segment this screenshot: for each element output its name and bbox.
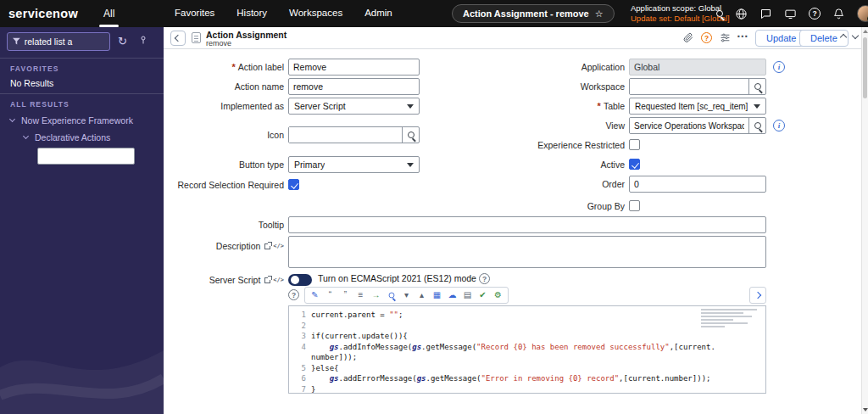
implemented-as-select[interactable]: Server Script — [288, 98, 420, 115]
scrollbar-down-arrow[interactable] — [863, 408, 868, 411]
es12-help-icon[interactable]: ? — [479, 273, 490, 284]
server-script-editor[interactable]: 1current.parent = "";23if(current.update… — [288, 305, 766, 394]
action-label-input[interactable] — [288, 59, 420, 76]
sidebar-filter — [7, 32, 110, 51]
divider — [0, 93, 164, 94]
editor-help-icon[interactable]: ? — [288, 289, 299, 300]
more-actions-icon[interactable]: ⋯ — [737, 29, 748, 42]
table-select[interactable]: Requested Item [sc_req_item] — [629, 98, 766, 115]
screen-icon[interactable] — [784, 8, 797, 20]
lookup-search-icon[interactable] — [748, 79, 765, 94]
chat-icon[interactable] — [760, 8, 772, 20]
editor-toolbar-group: ✎“”≡→▾▴▦☁▤✔⚙ — [304, 287, 509, 304]
application-info-icon[interactable]: i — [773, 61, 785, 73]
previous-record-icon[interactable] — [841, 35, 846, 40]
code-icon[interactable]: </> — [273, 277, 284, 283]
api-reference-icon[interactable]: ☁ — [446, 288, 459, 302]
es12-mode-toggle[interactable] — [288, 274, 312, 286]
format-code-icon[interactable]: ≡ — [354, 288, 367, 302]
code-line: 3if(current.update()){ — [289, 331, 765, 342]
comment-code-icon[interactable]: “ — [324, 288, 337, 302]
preview-icon[interactable]: ▦ — [431, 288, 443, 302]
go-to-line-icon[interactable]: → — [370, 288, 382, 302]
refresh-icon[interactable]: ↻ — [118, 36, 127, 47]
dropdown-caret-icon — [407, 163, 414, 167]
group-by-label: Group By — [504, 198, 625, 215]
back-button[interactable] — [170, 31, 186, 46]
action-name-input[interactable] — [288, 78, 420, 95]
code-icon[interactable]: </> — [273, 243, 284, 249]
tree-item-declarative-actions[interactable]: Declarative Actions — [24, 131, 110, 144]
code-line: 7} — [289, 384, 765, 394]
search-icon[interactable] — [716, 10, 723, 17]
save-icon[interactable]: ▤ — [461, 288, 474, 302]
tree-item-now-experience-framework[interactable]: Now Experience Framework — [10, 114, 133, 127]
page-subtitle: remove — [206, 39, 231, 48]
user-avatar[interactable] — [857, 5, 868, 22]
application-label: Application — [504, 59, 625, 76]
topbar-nav-item[interactable]: Favorites — [175, 8, 214, 18]
button-type-select[interactable]: Primary — [288, 156, 420, 173]
tooltip-input[interactable] — [288, 216, 766, 233]
workspace-input[interactable] — [630, 79, 748, 94]
implemented-as-label: Implemented as — [172, 98, 284, 115]
notifications-bell-icon[interactable] — [832, 8, 845, 20]
active-checkbox[interactable] — [629, 159, 640, 170]
sidebar-filter-input[interactable] — [25, 36, 104, 47]
application-input — [629, 59, 766, 76]
attachment-paperclip-icon[interactable] — [682, 32, 693, 43]
chevron-down-icon[interactable] — [23, 133, 29, 139]
tree-item-related-list-actions[interactable]: Related List Actions — [37, 148, 135, 165]
expand-field-icon[interactable] — [264, 243, 270, 249]
view-input[interactable] — [630, 118, 748, 133]
servicenow-logo[interactable]: servicenow — [8, 7, 78, 20]
favorites-empty-text: No Results — [10, 78, 53, 88]
update-set-text[interactable]: Update set: Default [Global] — [631, 14, 730, 24]
record-pill[interactable]: Action Assignment - remove ☆ — [452, 4, 615, 23]
code-minimap[interactable] — [701, 309, 762, 329]
help-icon[interactable]: ? — [809, 8, 821, 20]
dropdown-caret-icon — [407, 104, 414, 109]
workspace-label: Workspace — [504, 78, 625, 95]
description-textarea[interactable] — [288, 236, 766, 268]
search-icon[interactable] — [385, 288, 398, 302]
favorite-star-icon[interactable]: ☆ — [595, 8, 604, 20]
editor-settings-icon[interactable]: ⚙ — [492, 288, 504, 302]
lookup-search-icon[interactable] — [402, 127, 419, 143]
pin-sidebar-icon[interactable] — [138, 35, 148, 47]
sidebar: ↻ FAVORITES No Results ALL RESULTS Now E… — [0, 27, 164, 414]
syntax-editor-icon[interactable]: ✎ — [309, 288, 321, 302]
nav-all-menu[interactable]: All — [103, 8, 114, 27]
main-content: Action Assignment remove ? ⋯ Update Dele… — [164, 27, 868, 414]
find-previous-icon[interactable]: ▴ — [415, 288, 428, 302]
chevron-down-icon[interactable] — [9, 116, 15, 122]
personalize-sliders-icon[interactable] — [720, 32, 731, 43]
lint-check-icon[interactable]: ✔ — [476, 288, 489, 302]
topbar-nav-item[interactable]: Admin — [364, 8, 392, 18]
group-by-checkbox[interactable] — [629, 200, 640, 211]
record-selection-required-checkbox[interactable] — [288, 179, 299, 190]
topbar-nav-item[interactable]: History — [236, 8, 267, 18]
topbar-nav-item[interactable]: Workspaces — [289, 8, 342, 18]
expand-field-icon[interactable] — [264, 277, 270, 283]
uncomment-code-icon[interactable]: ” — [339, 288, 352, 302]
lookup-search-icon[interactable] — [748, 118, 765, 133]
top-bar: servicenow All FavoritesHistoryWorkspace… — [0, 0, 868, 27]
find-next-icon[interactable]: ▾ — [400, 288, 413, 302]
order-input[interactable] — [629, 176, 766, 193]
sidebar-wave-decoration — [0, 295, 164, 414]
tooltip-label: Tooltip — [172, 216, 284, 233]
experience-restricted-checkbox[interactable] — [629, 139, 640, 150]
editor-expand-icon[interactable] — [749, 287, 766, 304]
form-help-icon[interactable]: ? — [701, 32, 712, 43]
scrollbar-up-arrow[interactable] — [863, 30, 868, 33]
es12-toggle-label: Turn on ECMAScript 2021 (ES12) mode — [318, 273, 476, 283]
icon-input[interactable] — [289, 127, 402, 143]
order-label: Order — [504, 176, 625, 193]
scrollbar-thumb[interactable] — [863, 37, 867, 98]
view-info-icon[interactable]: i — [773, 120, 785, 131]
scrollbar[interactable] — [861, 27, 868, 414]
next-record-icon[interactable] — [853, 33, 858, 38]
globe-icon[interactable] — [735, 8, 748, 20]
required-icon: * — [231, 62, 235, 72]
